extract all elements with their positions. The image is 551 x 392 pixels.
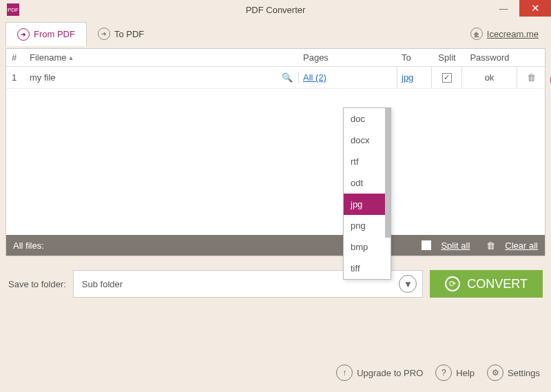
minimize-button[interactable]: — (488, 0, 519, 17)
header-num[interactable]: # (6, 52, 27, 63)
upgrade-button[interactable]: ↑ Upgrade to PRO (336, 364, 423, 381)
header-pages[interactable]: Pages (299, 52, 397, 63)
password-cell[interactable]: ok (462, 67, 517, 88)
settings-label: Settings (508, 368, 540, 378)
trash-icon: 🗑 (486, 240, 495, 251)
help-button[interactable]: ? Help (435, 364, 475, 381)
all-files-label: All files: (13, 240, 44, 251)
icecream-icon: ◆ (470, 28, 483, 40)
convert-icon: ⟳ (445, 276, 460, 291)
format-dropdown: doc docx rtf odt jpg png bmp tiff (343, 107, 391, 280)
tab-label: From PDF (34, 29, 75, 39)
header-to[interactable]: To (397, 52, 432, 63)
site-link[interactable]: ◆ Icecream.me (470, 28, 545, 40)
header-filename[interactable]: Filename ▲ (27, 52, 299, 63)
sort-asc-icon: ▲ (67, 54, 74, 61)
save-label: Save to folder: (8, 279, 66, 289)
gear-icon: ⚙ (487, 364, 503, 381)
dropdown-item-docx[interactable]: docx (344, 130, 391, 151)
dropdown-item-odt[interactable]: odt (344, 172, 391, 194)
convert-button[interactable]: ⟳ CONVERT (430, 270, 543, 298)
header-password[interactable]: Password (462, 52, 517, 63)
save-row: Save to folder: Sub folder ▼ ⟳ CONVERT (0, 256, 551, 298)
dropdown-item-tiff[interactable]: tiff (344, 258, 391, 279)
tabs-row: ➜ From PDF ➜ To PDF ◆ Icecream.me (0, 19, 551, 48)
close-button[interactable]: ✕ (519, 0, 551, 17)
trash-icon[interactable]: 🗑 (527, 72, 536, 83)
dropdown-item-doc[interactable]: doc (344, 108, 391, 130)
to-pdf-icon: ➜ (98, 28, 110, 40)
title-bar: PDF PDF Converter — ✕ (0, 0, 551, 19)
filename-text: my file (30, 72, 56, 83)
all-files-bar: All files: Split all 🗑 Clear all (6, 235, 545, 256)
help-label: Help (456, 368, 475, 378)
table-body-empty (6, 89, 545, 235)
dropdown-item-rtf[interactable]: rtf (344, 151, 391, 172)
tab-label: To PDF (114, 29, 144, 39)
pages-cell[interactable]: All (2) (299, 67, 397, 88)
clear-all-link[interactable]: Clear all (505, 240, 538, 251)
convert-label: CONVERT (467, 277, 528, 291)
table-header: # Filename ▲ Pages To Split Password (6, 49, 545, 67)
table-row: 1 my file 🔍 All (2) jpg ✓ ok 🗑 (6, 67, 545, 89)
window-title: PDF Converter (246, 5, 306, 15)
app-icon: PDF (7, 3, 19, 16)
header-split[interactable]: Split (432, 52, 462, 63)
from-pdf-icon: ➜ (17, 28, 30, 41)
split-all-checkbox[interactable] (422, 240, 431, 250)
tab-to-pdf[interactable]: ➜ To PDF (87, 22, 155, 45)
split-all-link[interactable]: Split all (441, 240, 470, 251)
folder-value: Sub folder (82, 279, 123, 289)
to-format-cell[interactable]: jpg (397, 67, 432, 88)
row-num: 1 (6, 72, 27, 83)
help-icon: ? (435, 364, 452, 381)
split-cell[interactable]: ✓ (432, 67, 462, 88)
dropdown-item-bmp[interactable]: bmp (344, 236, 391, 258)
tab-from-pdf[interactable]: ➜ From PDF (6, 22, 87, 46)
site-link-label: Icecream.me (487, 29, 539, 39)
to-format-value[interactable]: jpg (402, 72, 413, 83)
dropdown-item-jpg[interactable]: jpg (344, 194, 391, 215)
dropdown-item-png[interactable]: png (344, 215, 391, 236)
filename-cell[interactable]: my file 🔍 (27, 72, 299, 83)
upgrade-icon: ↑ (336, 364, 353, 381)
header-filename-label: Filename (30, 52, 66, 63)
folder-dropdown-icon[interactable]: ▼ (399, 275, 417, 293)
preview-icon[interactable]: 🔍 (282, 72, 293, 83)
dropdown-scrollbar[interactable] (385, 108, 391, 238)
split-checkbox[interactable]: ✓ (442, 73, 452, 83)
settings-button[interactable]: ⚙ Settings (487, 364, 540, 381)
bottom-links: ↑ Upgrade to PRO ? Help ⚙ Settings (336, 364, 540, 381)
upgrade-label: Upgrade to PRO (357, 368, 423, 378)
pages-link[interactable]: All (2) (303, 72, 326, 83)
file-table: # Filename ▲ Pages To Split Password 1 m… (6, 48, 545, 256)
